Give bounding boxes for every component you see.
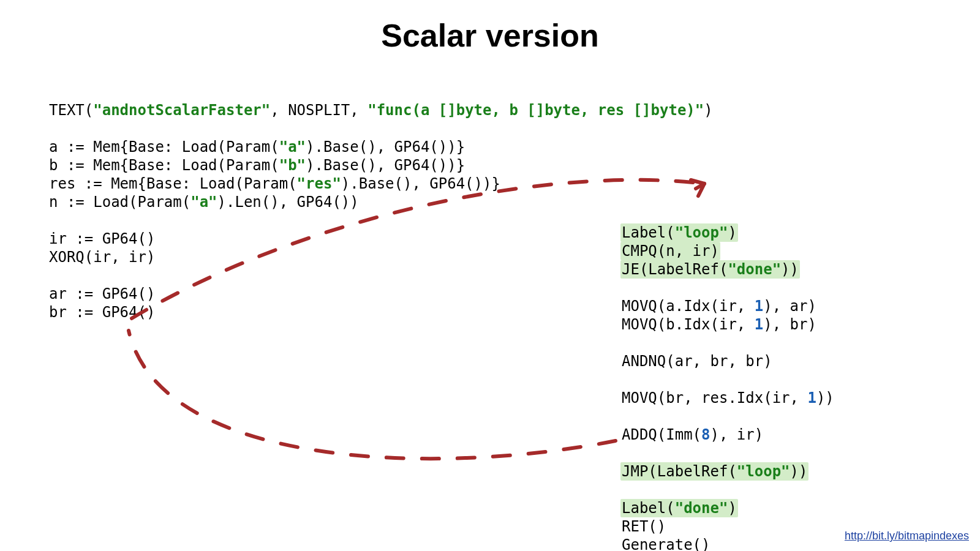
code-line: RET(): [622, 518, 666, 535]
code-line-highlight: JE(LabelRef("done")): [620, 260, 800, 279]
code-line: res := Mem{Base: Load(Param("res").Base(…: [49, 175, 500, 192]
code-line: ar := GP64(): [49, 285, 155, 302]
code-line: MOVQ(b.Idx(ir, 1), br): [622, 316, 816, 333]
code-line: a := Mem{Base: Load(Param("a").Base(), G…: [49, 138, 465, 156]
code-line: ADDQ(Imm(8), ir): [622, 426, 763, 443]
code-line: ANDNQ(ar, br, br): [622, 353, 772, 370]
code-line: TEXT("andnotScalarFaster", NOSPLIT, "fun…: [49, 102, 713, 119]
code-line-highlight: JMP(LabelRef("loop")): [620, 462, 809, 481]
code-line: n := Load(Param("a").Len(), GP64()): [49, 193, 359, 211]
footer-link[interactable]: http://bit.ly/bitmapindexes: [845, 530, 969, 542]
code-line: MOVQ(a.Idx(ir, 1), ar): [622, 298, 816, 315]
code-block-left: TEXT("andnotScalarFaster", NOSPLIT, "fun…: [49, 83, 713, 321]
code-line-highlight: Label("loop"): [620, 223, 738, 242]
code-line: XORQ(ir, ir): [49, 249, 155, 266]
code-line: MOVQ(br, res.Idx(ir, 1)): [622, 389, 834, 407]
code-line: br := GP64(): [49, 304, 155, 321]
slide-title: Scalar version: [0, 17, 980, 54]
code-line: Generate(): [622, 536, 710, 551]
code-line: b := Mem{Base: Load(Param("b").Base(), G…: [49, 157, 465, 174]
code-line-highlight: Label("done"): [620, 499, 738, 517]
code-block-right: Label("loop") CMPQ(n, ir) JE(LabelRef("d…: [622, 205, 834, 551]
code-line: ir := GP64(): [49, 230, 155, 247]
code-line-highlight: CMPQ(n, ir): [620, 242, 720, 260]
